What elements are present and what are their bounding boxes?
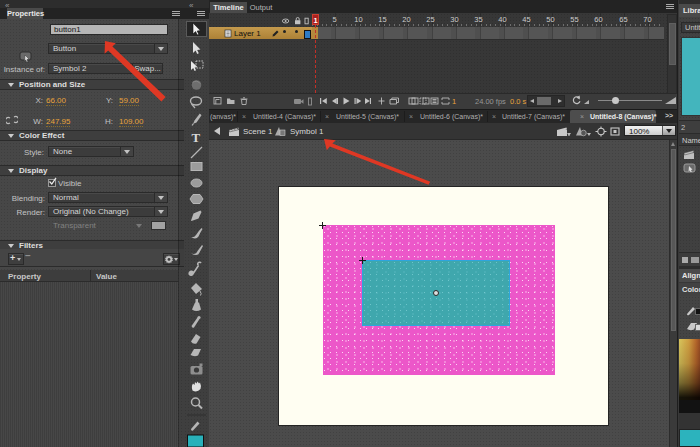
svg-text:T: T <box>192 130 201 145</box>
